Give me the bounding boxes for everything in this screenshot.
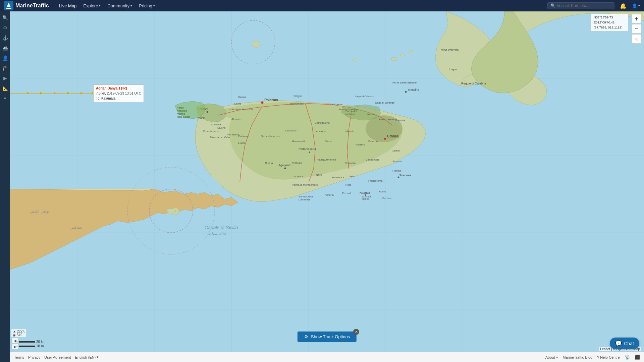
- svg-text:Raffadali: Raffadali: [292, 162, 303, 165]
- nav-live-map[interactable]: Live Map: [56, 0, 80, 11]
- svg-text:Caccamo: Caccamo: [285, 129, 297, 132]
- sidebar-filter[interactable]: ⚙: [1, 23, 9, 32]
- logo-text: MarineTraffic: [15, 3, 49, 9]
- footer-icon-btn1[interactable]: 📡: [625, 355, 630, 360]
- nav-prev-button[interactable]: ◀: [11, 338, 19, 343]
- svg-text:Paterno: Paterno: [356, 143, 365, 146]
- svg-text:Avola: Avola: [379, 190, 386, 193]
- svg-text:Francofonte: Francofonte: [368, 179, 383, 182]
- svg-text:marine: marine: [177, 112, 185, 115]
- svg-text:Capo di Orlando: Capo di Orlando: [375, 101, 395, 104]
- language-selector[interactable]: English (EN) ▾: [75, 355, 99, 359]
- footer-icon-btn2[interactable]: ⬛: [635, 355, 640, 360]
- coord-lat: N37°15'59.73: [594, 15, 625, 20]
- svg-text:Castelbuono: Castelbuono: [315, 121, 330, 124]
- layers-icon: ⊞: [635, 37, 638, 41]
- svg-text:Piazza Armerina: Piazza Armerina: [317, 158, 336, 161]
- footer-right: About ▴ MarineTraffic Blog ? Help Centre…: [545, 355, 640, 360]
- track-options-label: Show Track Options: [311, 334, 350, 339]
- svg-text:صفاقس: صفاقس: [70, 226, 82, 230]
- svg-rect-2: [10, 11, 644, 362]
- blog-link[interactable]: MarineTraffic Blog: [563, 355, 593, 359]
- search-icon: 🔍: [550, 3, 555, 8]
- coord-dec: (37.7655, 012.1112): [594, 25, 625, 30]
- logo[interactable]: MarineTraffic: [4, 1, 49, 10]
- svg-text:Isola delle Femmine: Isola delle Femmine: [229, 108, 253, 111]
- svg-text:Nebrodi: Nebrodi: [345, 113, 355, 116]
- svg-text:Reggio di Calabria: Reggio di Calabria: [461, 82, 486, 85]
- navbar: MarineTraffic Live Map Explore ▾ Communi…: [0, 0, 644, 11]
- sidebar-measure[interactable]: 📐: [1, 84, 9, 93]
- svg-text:Palma di Montechiaro: Palma di Montechiaro: [292, 183, 318, 186]
- svg-point-21: [384, 138, 386, 140]
- sidebar-person[interactable]: 👤: [1, 54, 9, 62]
- svg-text:Castelvetrano: Castelvetrano: [203, 130, 220, 133]
- svg-text:Ispica: Ispica: [362, 197, 369, 200]
- ship-name: Adrian Danya 1 [IR]: [96, 86, 141, 91]
- sidebar-vessel[interactable]: 🚢: [1, 44, 9, 52]
- svg-text:Marsala: Marsala: [211, 123, 221, 126]
- sidebar-play[interactable]: ▶: [1, 74, 9, 82]
- map[interactable]: Palermo Catania Trapani Messina Reggio d…: [10, 11, 644, 362]
- map-layers-button[interactable]: ⊞: [632, 34, 641, 44]
- sidebar-anchor[interactable]: ⚓: [1, 34, 9, 42]
- pricing-chevron: ▾: [153, 4, 155, 7]
- nav-next-button[interactable]: ▶: [11, 344, 19, 349]
- svg-text:Camerina: Camerina: [299, 198, 310, 201]
- svg-text:Manik: Manik: [198, 116, 205, 119]
- left-sidebar: 🔍 ⚙ ⚓ 🚢 👤 🏴 ▶ 📐 ✦: [0, 11, 10, 362]
- explore-chevron: ▾: [99, 4, 101, 7]
- svg-text:Paternò: Paternò: [368, 140, 378, 143]
- show-track-options-bar[interactable]: ⚙ Show Track Options ✕: [298, 331, 357, 342]
- nav-right: 🔍 🔔 👤 ▾: [547, 2, 640, 9]
- nav-community[interactable]: Community ▾: [104, 0, 136, 11]
- svg-text:Parco: Parco: [177, 106, 184, 109]
- about-link[interactable]: About ▴: [545, 355, 558, 359]
- svg-text:Mussomeli: Mussomeli: [292, 140, 305, 143]
- footer-left: Terms Privacy User Agreement English (EN…: [14, 355, 545, 359]
- user-menu[interactable]: 👤 ▾: [632, 3, 640, 8]
- svg-rect-1: [6, 8, 11, 9]
- nav-explore[interactable]: Explore ▾: [80, 0, 104, 11]
- svg-text:Nicosia: Nicosia: [345, 130, 355, 133]
- sidebar-tool2[interactable]: ✦: [1, 94, 9, 103]
- svg-point-14: [391, 57, 397, 61]
- svg-text:Salemi: Salemi: [217, 126, 226, 129]
- svg-text:Termini Imerese: Termini Imerese: [261, 135, 280, 138]
- svg-text:Mazara del Vallo: Mazara del Vallo: [210, 136, 230, 139]
- user-agreement-link[interactable]: User Agreement: [44, 355, 71, 359]
- about-chevron: ▴: [556, 355, 558, 359]
- svg-point-30: [309, 152, 310, 153]
- svg-text:الوطن القبلي: الوطن القبلي: [30, 209, 50, 214]
- svg-text:Floridia: Floridia: [392, 169, 401, 172]
- map-svg: Palermo Catania Trapani Messina Reggio d…: [10, 11, 644, 362]
- privacy-link[interactable]: Privacy: [28, 355, 40, 359]
- svg-text:Palermo: Palermo: [264, 98, 278, 102]
- svg-text:Termini Imerese: Termini Imerese: [339, 108, 358, 111]
- zoom-in-button[interactable]: +: [632, 14, 641, 23]
- svg-text:Ragusa: Ragusa: [360, 191, 370, 194]
- terms-link[interactable]: Terms: [14, 355, 24, 359]
- svg-text:Caltanissetta: Caltanissetta: [299, 147, 316, 151]
- search-box[interactable]: 🔍: [547, 2, 614, 9]
- track-options-icon: ⚙: [304, 334, 308, 339]
- zoom-out-button[interactable]: −: [632, 24, 641, 34]
- svg-text:Siracusa: Siracusa: [399, 174, 411, 177]
- vessel-count: ▲ 222K ◉ 549: [11, 329, 26, 337]
- svg-text:Porto Santo Stefano: Porto Santo Stefano: [392, 81, 417, 84]
- nav-pricing[interactable]: Pricing ▾: [136, 0, 158, 11]
- notification-icon[interactable]: 🔔: [618, 3, 629, 9]
- svg-text:Ribera: Ribera: [265, 162, 273, 165]
- svg-text:Pozzallo: Pozzallo: [342, 192, 353, 195]
- sidebar-search[interactable]: 🔍: [1, 13, 9, 22]
- chat-button[interactable]: 💬 Chat: [610, 338, 639, 349]
- sidebar-flag[interactable]: 🏴: [1, 64, 9, 72]
- svg-text:Enna: Enna: [325, 140, 332, 143]
- svg-text:Alkmene: Alkmene: [332, 103, 343, 106]
- help-link[interactable]: ? Help Centre: [597, 355, 620, 359]
- nav-links: Live Map Explore ▾ Community ▾ Pricing ▾: [56, 0, 547, 11]
- svg-text:Messina: Messina: [408, 88, 419, 92]
- search-input[interactable]: [557, 3, 610, 8]
- chat-icon: 💬: [615, 340, 622, 347]
- svg-text:Santa Croce: Santa Croce: [299, 195, 314, 198]
